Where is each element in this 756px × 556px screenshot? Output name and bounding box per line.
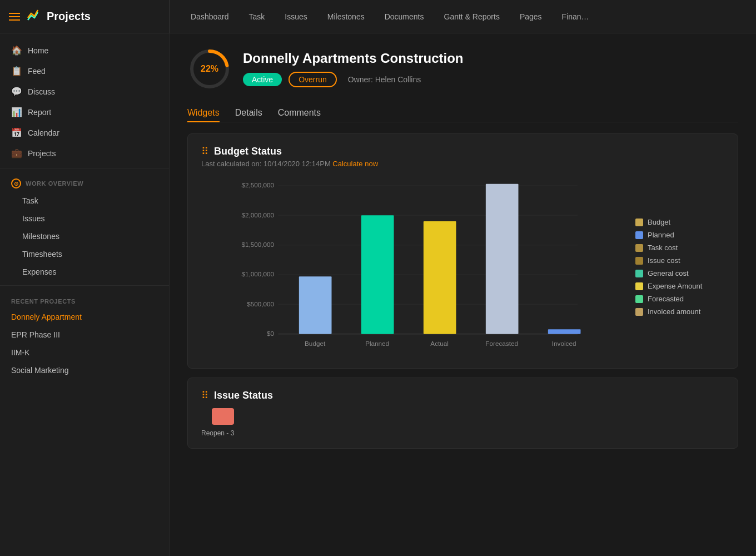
sidebar-item-calendar[interactable]: 📅 Calendar <box>0 122 169 143</box>
legend-task-cost: Task cost <box>635 244 724 252</box>
svg-text:Actual: Actual <box>430 340 449 347</box>
issue-title: Issue Status <box>214 390 273 401</box>
app-logo-icon <box>26 9 41 24</box>
sidebar-label-projects: Projects <box>28 149 56 158</box>
nav-milestones[interactable]: Milestones <box>317 0 375 33</box>
legend-color-planned <box>635 231 643 239</box>
nav-dashboard[interactable]: Dashboard <box>181 0 239 33</box>
budget-header: ⠿ Budget Status <box>201 145 724 157</box>
legend-invoiced-amount: Invoiced amount <box>635 307 724 316</box>
sidebar-sub-milestones[interactable]: Milestones <box>0 227 169 245</box>
budget-grid-icon: ⠿ <box>201 145 208 157</box>
legend-color-expense <box>635 282 643 290</box>
svg-rect-18 <box>424 221 456 334</box>
issue-reopen: Reopen - 3 <box>201 408 234 437</box>
svg-text:$1,500,000: $1,500,000 <box>241 241 274 248</box>
sidebar-sub-expenses[interactable]: Expenses <box>0 263 169 281</box>
svg-text:Budget: Budget <box>305 340 326 347</box>
project-header: 22% Donnelly Apartments Construction Act… <box>187 47 738 91</box>
nav-pages[interactable]: Pages <box>510 0 552 33</box>
status-badge-active: Active <box>243 73 282 86</box>
issue-widget: ⠿ Issue Status Reopen - 3 <box>187 378 738 449</box>
issue-content: Reopen - 3 <box>201 408 724 437</box>
project-badges: Active Overrun Owner: Helen Collins <box>243 72 738 87</box>
legend-color-forecasted <box>635 295 643 303</box>
budget-chart-container: $2,500,000 $2,000,000 $1,500,000 $1,000,… <box>201 177 724 357</box>
legend-forecasted: Forecasted <box>635 295 724 303</box>
sidebar-header: Projects <box>0 0 170 33</box>
sidebar-label-calendar: Calendar <box>28 128 59 137</box>
recent-epr[interactable]: EPR Phase III <box>0 326 169 344</box>
nav-documents[interactable]: Documents <box>375 0 434 33</box>
report-icon: 📊 <box>11 107 22 117</box>
legend-color-budget <box>635 219 643 226</box>
nav-issues[interactable]: Issues <box>275 0 317 33</box>
budget-chart-legend: Budget Planned Task cost Issue cost <box>635 177 724 357</box>
sidebar-sub-timesheets[interactable]: Timesheets <box>0 245 169 263</box>
sidebar-item-feed[interactable]: 📋 Feed <box>0 61 169 81</box>
projects-icon: 💼 <box>11 148 22 158</box>
main-layout: 🏠 Home 📋 Feed 💬 Discuss 📊 Report 📅 Calen… <box>0 33 756 556</box>
sidebar-sub-task[interactable]: Task <box>0 192 169 210</box>
recent-iimk[interactable]: IIM-K <box>0 344 169 361</box>
discuss-icon: 💬 <box>11 86 22 97</box>
svg-rect-22 <box>548 329 581 334</box>
issue-header: ⠿ Issue Status <box>201 389 724 401</box>
svg-text:Invoiced: Invoiced <box>552 340 576 347</box>
nav-gantt[interactable]: Gantt & Reports <box>434 0 510 33</box>
legend-planned: Planned <box>635 231 724 239</box>
status-badge-overrun: Overrun <box>289 72 337 87</box>
project-info: Donnelly Apartments Construction Active … <box>243 51 738 87</box>
budget-subtitle: Last calculated on: 10/14/2020 12:14PM C… <box>201 160 724 168</box>
owner-label: Owner: Helen Collins <box>348 75 421 84</box>
sidebar-label-discuss: Discuss <box>28 87 55 96</box>
tab-details[interactable]: Details <box>235 105 262 122</box>
recent-social[interactable]: Social Marketing <box>0 361 169 379</box>
legend-color-invoiced <box>635 308 643 316</box>
legend-budget: Budget <box>635 218 724 226</box>
svg-text:$500,000: $500,000 <box>247 300 274 307</box>
calendar-icon: 📅 <box>11 127 22 138</box>
legend-color-task-cost <box>635 244 643 252</box>
svg-text:$1,000,000: $1,000,000 <box>241 270 274 277</box>
budget-title: Budget Status <box>214 146 282 157</box>
tab-comments[interactable]: Comments <box>278 105 321 122</box>
work-overview-circle-icon: ⊙ <box>11 178 21 188</box>
issue-grid-icon: ⠿ <box>201 389 208 401</box>
progress-percentage: 22% <box>201 64 218 74</box>
sidebar-item-home[interactable]: 🏠 Home <box>0 40 169 61</box>
legend-expense-amount: Expense Amount <box>635 282 724 290</box>
budget-chart-area: $2,500,000 $2,000,000 $1,500,000 $1,000,… <box>201 177 622 357</box>
sidebar: 🏠 Home 📋 Feed 💬 Discuss 📊 Report 📅 Calen… <box>0 33 170 556</box>
tab-widgets[interactable]: Widgets <box>187 105 220 122</box>
legend-general-cost: General cost <box>635 269 724 277</box>
svg-text:$2,000,000: $2,000,000 <box>241 211 274 219</box>
svg-text:Planned: Planned <box>365 340 389 347</box>
svg-rect-14 <box>299 276 332 334</box>
hamburger-icon[interactable] <box>9 13 20 21</box>
sidebar-label-feed: Feed <box>28 67 46 76</box>
sidebar-item-report[interactable]: 📊 Report <box>0 102 169 122</box>
app-title: Projects <box>47 10 91 23</box>
calculate-now-link[interactable]: Calculate now <box>332 160 378 168</box>
sidebar-divider-1 <box>0 168 169 168</box>
svg-rect-16 <box>361 215 394 334</box>
nav-finance[interactable]: Finan… <box>552 0 599 33</box>
legend-issue-cost: Issue cost <box>635 256 724 265</box>
nav-task[interactable]: Task <box>239 0 275 33</box>
sidebar-item-discuss[interactable]: 💬 Discuss <box>0 81 169 102</box>
sidebar-item-projects[interactable]: 💼 Projects <box>0 143 169 163</box>
budget-chart-svg: $2,500,000 $2,000,000 $1,500,000 $1,000,… <box>201 177 622 355</box>
recent-donnely[interactable]: Donnely Appartment <box>0 308 169 326</box>
page-tabs: Widgets Details Comments <box>187 105 738 122</box>
sidebar-label-report: Report <box>28 108 51 117</box>
legend-color-issue-cost <box>635 257 643 265</box>
work-overview-section: ⊙ WORK OVERVIEW <box>0 173 169 192</box>
feed-icon: 📋 <box>11 66 22 76</box>
progress-circle: 22% <box>187 47 232 91</box>
sidebar-sub-issues[interactable]: Issues <box>0 210 169 227</box>
project-title: Donnelly Apartments Construction <box>243 51 738 66</box>
legend-color-general-cost <box>635 270 643 277</box>
recent-projects-label: RECENT PROJECTS <box>0 290 169 308</box>
home-icon: 🏠 <box>11 45 22 56</box>
